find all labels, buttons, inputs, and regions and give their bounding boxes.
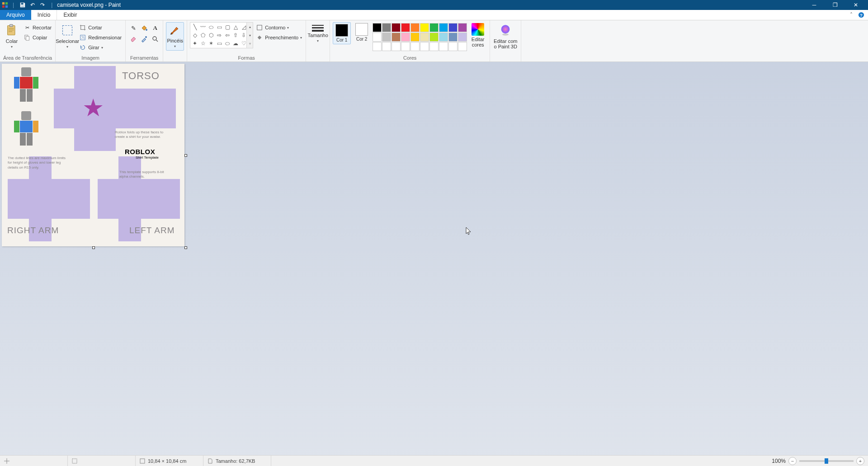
shape-diamond[interactable]: ◇ — [191, 32, 198, 39]
palette-color[interactable] — [448, 42, 458, 51]
palette-color[interactable] — [458, 33, 467, 42]
redo-icon[interactable]: ↷ — [38, 1, 47, 9]
palette-color[interactable] — [410, 42, 420, 51]
zoom-in-button[interactable]: + — [856, 457, 864, 465]
palette-color[interactable] — [392, 33, 401, 42]
palette-color[interactable] — [429, 42, 439, 51]
zoom-thumb[interactable] — [825, 458, 828, 464]
palette-color[interactable] — [401, 33, 410, 42]
palette-color[interactable] — [410, 33, 420, 42]
group-tools: ✎ A Ferramentas — [126, 20, 163, 61]
thickness-button[interactable]: Tamanho ▾ — [309, 21, 327, 43]
color-picker-tool[interactable] — [139, 34, 149, 44]
palette-color[interactable] — [439, 23, 448, 32]
palette-color[interactable] — [401, 42, 410, 51]
shape-curve[interactable]: 〰 — [199, 24, 207, 31]
palette-color[interactable] — [429, 33, 439, 42]
select-button[interactable]: Selecionar ▾ — [58, 21, 76, 49]
shapes-more[interactable]: ▴▾▿ — [246, 23, 253, 48]
copy-button[interactable]: Copiar — [23, 33, 52, 42]
color1-swatch — [335, 24, 348, 37]
fill-tool[interactable] — [139, 23, 149, 33]
shapes-gallery[interactable]: ╲ 〰 ⬭ ▭ ▢ △ ◿ ◇ ⬠ ⬡ ⇨ ⇦ ⇧ ⇩ ✦ ☆ ✶ ▭ ⬭ ☁ — [190, 22, 253, 48]
eraser-tool[interactable] — [128, 34, 138, 44]
pencil-tool[interactable]: ✎ — [128, 23, 138, 33]
group-shapes: ╲ 〰 ⬭ ▭ ▢ △ ◿ ◇ ⬠ ⬡ ⇨ ⇦ ⇧ ⇩ ✦ ☆ ✶ ▭ ⬭ ☁ — [187, 20, 306, 61]
app-icon[interactable] — [2, 2, 8, 8]
palette-color[interactable] — [420, 23, 429, 32]
crop-button[interactable]: Cortar — [78, 23, 123, 32]
palette-color[interactable] — [382, 33, 391, 42]
brushes-button[interactable]: Pincéis ▾ — [166, 22, 184, 51]
color-wheel-icon — [472, 23, 484, 36]
close-button[interactable]: ✕ — [845, 0, 866, 10]
palette-color[interactable] — [439, 42, 448, 51]
palette-color[interactable] — [401, 23, 410, 32]
palette-color[interactable] — [382, 42, 391, 51]
shape-callout-rect[interactable]: ▭ — [216, 40, 223, 47]
shape-hexagon[interactable]: ⬡ — [208, 32, 215, 39]
shape-triangle[interactable]: △ — [232, 24, 239, 31]
svg-point-17 — [146, 29, 147, 31]
shape-callout-cloud[interactable]: ☁ — [232, 40, 239, 47]
ribbon-collapse-icon[interactable]: ˄ — [846, 10, 856, 20]
palette-color[interactable] — [439, 33, 448, 42]
shape-roundrect[interactable]: ▢ — [224, 24, 231, 31]
palette-color[interactable] — [420, 42, 429, 51]
palette-color[interactable] — [458, 23, 467, 32]
palette-color[interactable] — [448, 33, 458, 42]
color2-button[interactable]: Cor 2 — [353, 21, 371, 42]
tab-view[interactable]: Exibir — [57, 10, 83, 20]
shape-arrow-u[interactable]: ⇧ — [232, 32, 239, 39]
palette-color[interactable] — [373, 33, 382, 42]
zoom-out-button[interactable]: − — [788, 457, 797, 465]
minimize-button[interactable]: ─ — [804, 0, 825, 10]
shape-star5[interactable]: ☆ — [199, 40, 207, 47]
shape-callout-oval[interactable]: ⬭ — [224, 40, 231, 47]
shape-outline-button[interactable]: Contorno ▾ — [255, 23, 303, 32]
paint3d-button[interactable]: Editar com o Paint 3D — [493, 21, 518, 49]
palette-color[interactable] — [429, 23, 439, 32]
text-tool[interactable]: A — [150, 23, 160, 33]
shape-arrow-l[interactable]: ⇦ — [224, 32, 231, 39]
tab-home[interactable]: Início — [31, 10, 57, 20]
shape-rect[interactable]: ▭ — [216, 24, 223, 31]
resize-handle-corner[interactable] — [184, 246, 187, 249]
shape-line[interactable]: ╲ — [191, 24, 198, 31]
palette-color[interactable] — [420, 33, 429, 42]
zoom-slider[interactable] — [799, 460, 854, 462]
tab-file[interactable]: Arquivo — [0, 10, 31, 20]
palette-color[interactable] — [373, 42, 382, 51]
shape-star6[interactable]: ✶ — [208, 40, 215, 47]
shape-star4[interactable]: ✦ — [191, 40, 198, 47]
window-title: camiseta voxel.png - Paint — [57, 2, 121, 8]
palette-color[interactable] — [458, 42, 467, 51]
shape-fill-button[interactable]: Preenchimento ▾ — [255, 33, 303, 42]
shape-arrow-r[interactable]: ⇨ — [216, 32, 223, 39]
edit-colors-label: Editar cores — [469, 37, 487, 47]
palette-color[interactable] — [392, 42, 401, 51]
magnifier-tool[interactable] — [150, 34, 160, 44]
palette-color[interactable] — [373, 23, 382, 32]
undo-icon[interactable]: ↶ — [28, 1, 37, 9]
help-icon[interactable]: ? — [856, 10, 866, 20]
palette-color[interactable] — [448, 23, 458, 32]
save-icon[interactable] — [19, 1, 27, 9]
resize-handle-right[interactable] — [184, 154, 187, 157]
palette-color[interactable] — [392, 23, 401, 32]
svg-rect-23 — [72, 459, 77, 463]
shape-oval[interactable]: ⬭ — [208, 24, 215, 31]
edit-colors-button[interactable]: Editar cores — [469, 21, 487, 47]
palette-color[interactable] — [382, 23, 391, 32]
resize-button[interactable]: Redimensionar — [78, 33, 123, 42]
paste-button[interactable]: Colar ▾ — [3, 21, 21, 49]
canvas-area[interactable]: TORSO ★ RIGHT ARM LEFT ARM — [0, 62, 868, 455]
color1-button[interactable]: Cor 1 — [333, 22, 351, 44]
resize-handle-bottom[interactable] — [92, 246, 95, 249]
maximize-button[interactable]: ❐ — [825, 0, 845, 10]
palette-color[interactable] — [410, 23, 420, 32]
cut-button[interactable]: ✂ Recortar — [23, 23, 52, 32]
shape-pentagon[interactable]: ⬠ — [199, 32, 207, 39]
canvas[interactable]: TORSO ★ RIGHT ARM LEFT ARM — [2, 64, 184, 246]
rotate-button[interactable]: Girar ▾ — [78, 43, 123, 52]
